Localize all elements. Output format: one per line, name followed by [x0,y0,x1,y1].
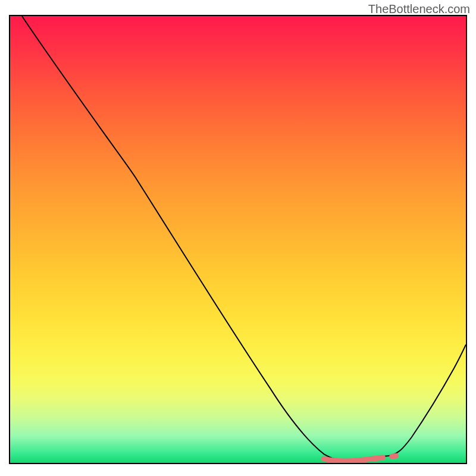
chart-svg [10,16,466,463]
bottleneck-curve-line [22,16,466,461]
watermark-text: TheBottleneck.com [368,2,470,16]
optimal-region-highlight [324,456,396,461]
chart-plot-area [9,15,467,464]
